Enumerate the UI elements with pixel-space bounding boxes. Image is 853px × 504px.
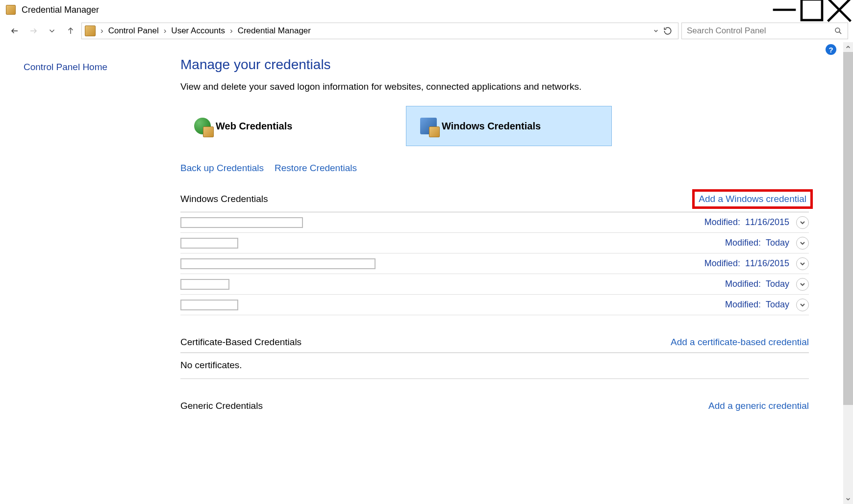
search-input[interactable]: Search Control Panel: [681, 23, 848, 39]
titlebar: Credential Manager: [0, 0, 853, 20]
scrollbar[interactable]: [843, 42, 853, 504]
section-title: Windows Credentials: [180, 194, 268, 204]
redacted-name: [180, 300, 238, 310]
modified-label: Modified:: [704, 217, 740, 227]
svg-rect-1: [802, 0, 822, 20]
search-icon: [834, 26, 843, 35]
body: Control Panel Home ? Manage your credent…: [0, 42, 853, 504]
back-button[interactable]: [7, 23, 23, 39]
section-windows-credentials: Windows Credentials Add a Windows creden…: [180, 188, 809, 212]
modified-date: 11/16/2015: [745, 217, 789, 227]
redacted-name: [180, 238, 238, 249]
modified-date: Today: [766, 238, 789, 248]
no-certificates-text: No certificates.: [180, 353, 809, 379]
expand-button[interactable]: [796, 299, 809, 311]
backup-credentials-link[interactable]: Back up Credentials: [180, 163, 264, 174]
modified-label: Modified:: [725, 279, 761, 289]
chevron-right-icon: ›: [98, 26, 106, 36]
redacted-name: [180, 217, 303, 228]
modified-date: Today: [766, 300, 789, 309]
restore-credentials-link[interactable]: Restore Credentials: [275, 163, 357, 174]
scroll-up-button[interactable]: [843, 42, 853, 52]
expand-button[interactable]: [796, 278, 809, 291]
tab-web-credentials[interactable]: Web Credentials: [180, 106, 386, 146]
main-content: ? Manage your credentials View and delet…: [167, 42, 853, 504]
modified-label: Modified:: [725, 300, 761, 309]
scroll-down-button[interactable]: [843, 494, 853, 504]
modified-label: Modified:: [725, 238, 761, 248]
tab-label: Windows Credentials: [442, 121, 541, 132]
add-generic-credential-link[interactable]: Add a generic credential: [708, 401, 809, 411]
tab-label: Web Credentials: [216, 121, 292, 132]
search-placeholder: Search Control Panel: [687, 26, 766, 36]
chevron-right-icon: ›: [227, 26, 236, 36]
page-title: Manage your credentials: [180, 57, 809, 73]
sidebar: Control Panel Home: [0, 42, 167, 504]
globe-icon: [194, 118, 211, 134]
control-panel-home-link[interactable]: Control Panel Home: [24, 62, 107, 72]
add-certificate-credential-link[interactable]: Add a certificate-based credential: [671, 337, 809, 348]
breadcrumb-credential-manager[interactable]: Credential Manager: [238, 26, 311, 36]
redacted-name: [180, 279, 229, 290]
windows-icon: [420, 118, 437, 134]
maximize-button[interactable]: [798, 0, 826, 20]
window-title: Credential Manager: [22, 5, 99, 15]
address-bar[interactable]: › Control Panel › User Accounts › Creden…: [81, 23, 678, 39]
navigation-bar: › Control Panel › User Accounts › Creden…: [0, 20, 853, 42]
section-title: Generic Credentials: [180, 401, 263, 411]
svg-line-8: [839, 32, 841, 34]
backup-restore-links: Back up Credentials Restore Credentials: [180, 163, 809, 174]
tab-windows-credentials[interactable]: Windows Credentials: [406, 106, 612, 146]
modified-date: Today: [766, 279, 789, 289]
refresh-icon[interactable]: [663, 26, 672, 35]
scroll-thumb[interactable]: [843, 52, 853, 405]
credential-row[interactable]: Modified:11/16/2015: [180, 253, 809, 274]
credential-row[interactable]: Modified:Today: [180, 233, 809, 253]
credential-row[interactable]: Modified:Today: [180, 295, 809, 315]
credential-tabs: Web Credentials Windows Credentials: [180, 106, 809, 146]
help-icon[interactable]: ?: [826, 44, 836, 55]
breadcrumb-user-accounts[interactable]: User Accounts: [171, 26, 225, 36]
app-icon: [6, 5, 16, 15]
section-certificate-credentials: Certificate-Based Credentials Add a cert…: [180, 334, 809, 353]
add-windows-credential-link[interactable]: Add a Windows credential: [699, 194, 806, 204]
close-button[interactable]: [826, 0, 853, 20]
expand-button[interactable]: [796, 257, 809, 270]
forward-button[interactable]: [25, 23, 41, 39]
chevron-right-icon: ›: [161, 26, 170, 36]
expand-button[interactable]: [796, 237, 809, 250]
up-button[interactable]: [63, 23, 78, 39]
modified-date: 11/16/2015: [745, 258, 789, 268]
minimize-button[interactable]: [771, 0, 798, 20]
page-description: View and delete your saved logon informa…: [180, 81, 809, 92]
chevron-down-icon[interactable]: [653, 28, 658, 33]
recent-locations-button[interactable]: [44, 23, 60, 39]
section-title: Certificate-Based Credentials: [180, 337, 301, 348]
breadcrumb-control-panel[interactable]: Control Panel: [108, 26, 159, 36]
redacted-name: [180, 258, 376, 269]
credential-row[interactable]: Modified:11/16/2015: [180, 212, 809, 233]
svg-point-7: [835, 28, 840, 32]
folder-icon: [85, 25, 96, 36]
modified-label: Modified:: [704, 258, 740, 268]
section-generic-credentials: Generic Credentials Add a generic creden…: [180, 398, 809, 416]
window-controls: [771, 0, 853, 20]
credential-list: Modified:11/16/2015 Modified:Today Modif…: [180, 212, 809, 315]
expand-button[interactable]: [796, 216, 809, 229]
credential-row[interactable]: Modified:Today: [180, 274, 809, 295]
